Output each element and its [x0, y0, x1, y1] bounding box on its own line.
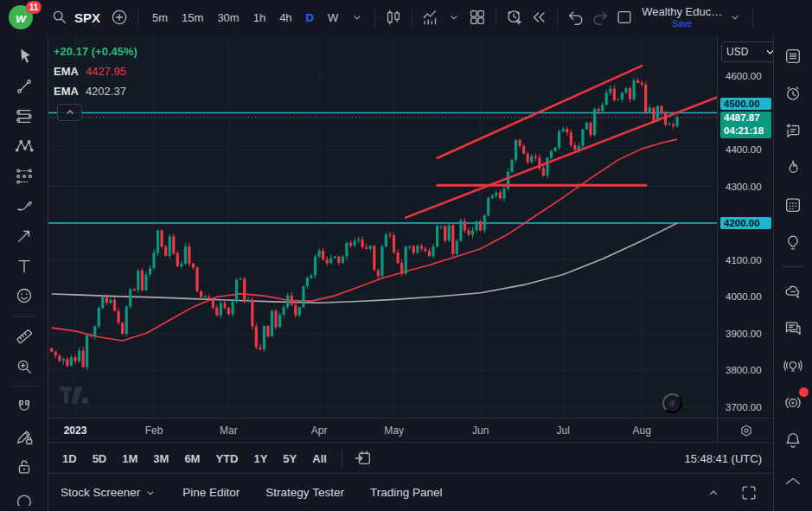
currency-select[interactable]: USD: [721, 42, 779, 62]
timeframe-30m[interactable]: 30m: [211, 8, 245, 28]
cloud-panel-button[interactable]: [780, 278, 806, 304]
timeframe-D[interactable]: D: [300, 8, 320, 28]
gear-icon: [738, 423, 754, 438]
range-1d-button[interactable]: 1D: [56, 449, 83, 469]
ruler-tool-button[interactable]: [8, 322, 41, 351]
layout-title[interactable]: Wealthy Educ… Save: [642, 6, 722, 28]
candles-icon: [384, 8, 403, 27]
cursor-tool-button[interactable]: [8, 42, 41, 71]
range-5y-button[interactable]: 5Y: [277, 449, 303, 469]
tab-pine-editor[interactable]: Pine Editor: [182, 486, 240, 499]
lock-tool-button[interactable]: [8, 452, 41, 482]
toolbar-divider: [137, 8, 138, 27]
goto-date-icon: [354, 449, 373, 468]
price-tick: 3900.00: [726, 329, 762, 339]
timeframe-5m[interactable]: 5m: [146, 8, 174, 28]
range-5d-button[interactable]: 5D: [86, 449, 113, 469]
save-layout-button[interactable]: [612, 5, 636, 29]
magnet-tool-button[interactable]: [8, 392, 41, 421]
tab-strategy-tester[interactable]: Strategy Tester: [265, 486, 344, 499]
alert-price-label[interactable]: 4500.00: [720, 98, 771, 110]
alarm-icon: [783, 84, 802, 103]
range-ytd-button[interactable]: YTD: [209, 449, 244, 469]
ruler-icon: [15, 327, 34, 346]
flame-panel-button[interactable]: [780, 155, 806, 181]
tab-stock-screener[interactable]: Stock Screener: [61, 486, 157, 499]
indicator-label: EMA: [54, 82, 79, 102]
expand-panel-button[interactable]: [702, 481, 725, 505]
layout-grid-button[interactable]: [465, 5, 489, 29]
forecast-tool-button[interactable]: [8, 162, 41, 191]
time-tick-May: May: [384, 425, 404, 437]
range-3m-button[interactable]: 3M: [147, 449, 175, 469]
bar-replay-button[interactable]: [527, 5, 551, 29]
indicator-row-ema-slow[interactable]: EMA 4202.37: [54, 82, 137, 102]
user-menu-button[interactable]: w 11: [7, 4, 36, 30]
redo-button[interactable]: [588, 5, 612, 29]
fib-tool-button[interactable]: [8, 101, 41, 131]
range-1m-button[interactable]: 1M: [116, 449, 144, 469]
trend-line-tool-button[interactable]: [8, 72, 41, 101]
range-all-button[interactable]: All: [306, 449, 333, 469]
time-tick-2023: 2023: [64, 425, 87, 437]
calendar-panel-button[interactable]: [780, 192, 806, 218]
text-tool-button[interactable]: [8, 252, 41, 281]
calendar-icon: [783, 195, 802, 214]
indicator-row-ema-fast[interactable]: EMA 4427.95: [54, 62, 137, 82]
brush-tool-button[interactable]: [8, 191, 41, 220]
price-axis[interactable]: USD 4600.004400.004300.004100.004000.003…: [717, 35, 774, 418]
timeframe-menu-button[interactable]: [346, 5, 368, 29]
timeframe-15m[interactable]: 15m: [176, 8, 209, 28]
arrow-ne-tool-button[interactable]: [8, 221, 41, 251]
range-1y-button[interactable]: 1Y: [247, 449, 273, 469]
timeframe-1h[interactable]: 1h: [247, 8, 272, 28]
maximize-panel-button[interactable]: [737, 481, 761, 505]
create-alert-button[interactable]: [502, 5, 527, 29]
indicator-templates-button[interactable]: [443, 5, 465, 29]
timeframe-4h[interactable]: 4h: [273, 8, 297, 28]
symbol-name: SPX: [74, 10, 100, 25]
circle-partial-tool-button[interactable]: [8, 482, 41, 511]
emoji-tool-button[interactable]: [8, 281, 41, 310]
watchlist-panel-button[interactable]: [780, 43, 806, 69]
note-plus-panel-button[interactable]: [780, 118, 806, 144]
bulb-panel-button[interactable]: [780, 229, 806, 255]
arrow-ne-icon: [15, 227, 34, 246]
time-axis-labels[interactable]: 2023FebMarAprMayJunJulAug: [48, 418, 718, 443]
alert-price-label[interactable]: 4200.00: [720, 217, 771, 229]
price-tick: 4300.00: [726, 182, 762, 192]
layout-menu-button[interactable]: [724, 5, 746, 29]
bell-panel-button[interactable]: [780, 427, 806, 453]
last-price-value: 4487.87: [724, 112, 768, 125]
watchlist-icon: [783, 47, 802, 66]
symbol-search-button[interactable]: SPX: [43, 5, 107, 29]
undo-button[interactable]: [564, 5, 588, 29]
clock-utc[interactable]: 15:48:41 (UTC): [684, 452, 765, 465]
tab-trading-panel[interactable]: Trading Panel: [370, 486, 443, 499]
goto-date-button[interactable]: [351, 446, 375, 470]
tab-label: Trading Panel: [370, 486, 443, 499]
indicators-button[interactable]: [419, 5, 443, 29]
range-6m-button[interactable]: 6M: [178, 449, 206, 469]
alarm-panel-button[interactable]: [780, 80, 806, 106]
cube-partial-panel-button[interactable]: [780, 464, 806, 490]
zoom-in-tool-button[interactable]: [8, 352, 41, 381]
chart-pane[interactable]: +20.17 (+0.45%) EMA 4427.95 EMA 4202.37: [48, 35, 718, 418]
xabcd-tool-button[interactable]: [8, 131, 41, 161]
timeframe-W[interactable]: W: [322, 8, 344, 28]
collapse-legend-button[interactable]: [57, 104, 82, 121]
pencil-lock-tool-button[interactable]: [8, 422, 41, 451]
chevron-down-icon: [729, 11, 741, 23]
chat-panel-button[interactable]: [780, 316, 806, 342]
candlestick-chart[interactable]: [48, 35, 718, 418]
save-link[interactable]: Save: [672, 19, 692, 29]
compare-add-symbol-button[interactable]: [107, 5, 131, 29]
instant-trading-button[interactable]: [662, 393, 682, 413]
bulb-waves-panel-button[interactable]: [780, 353, 806, 379]
drawing-toolbar: [0, 35, 48, 511]
redo-icon: [591, 8, 610, 27]
chart-settings-button[interactable]: [735, 418, 758, 443]
bottom-panel-actions: [702, 481, 761, 505]
live-panel-button[interactable]: [780, 390, 806, 416]
chart-style-button[interactable]: [381, 5, 406, 29]
